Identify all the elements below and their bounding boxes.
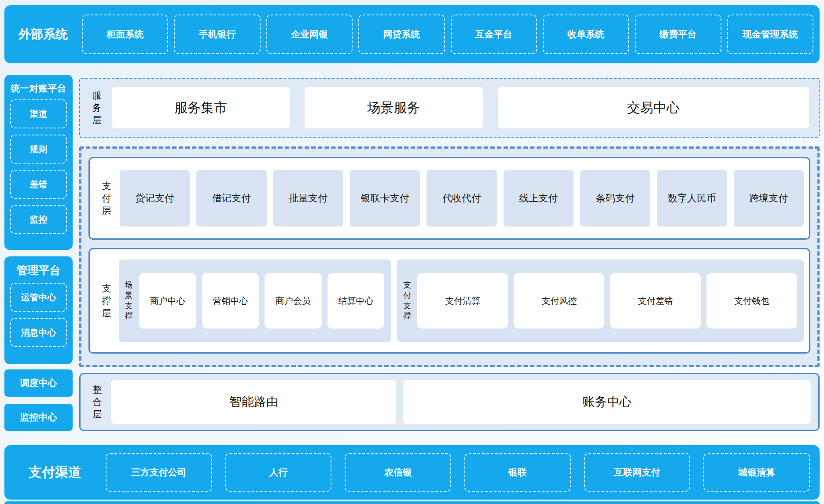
integration-box-smart-routing: 智能路由 <box>111 380 396 424</box>
support-item-payment-clearing: 支付清算 <box>417 273 508 329</box>
management-platform-panel: 管理平台 运管中心 消息中心 <box>4 256 73 364</box>
scenario-support-label: 场景支撑 <box>124 280 133 321</box>
payment-support-group: 支付支撑 支付清算 支付风控 支付差错 支付钱包 <box>397 259 804 342</box>
external-system-mobile-banking: 手机银行 <box>174 15 260 54</box>
payment-item-cross-border: 跨境支付 <box>734 170 804 226</box>
reconciliation-item-errors: 差错 <box>10 170 67 199</box>
reconciliation-item-monitoring: 监控 <box>10 205 67 234</box>
support-item-marketing-center: 营销中心 <box>202 273 259 329</box>
payment-item-debit: 借记支付 <box>196 170 266 226</box>
payment-channels-bar: 支付渠道 三方支付公司 人行 农信银 银联 互联网支付 城银清算 <box>4 445 820 500</box>
reconciliation-platform-title: 统一对账平台 <box>10 82 67 95</box>
channel-third-party-payment: 三方支付公司 <box>106 453 212 492</box>
scheduling-center-block: 调度中心 <box>4 369 73 397</box>
management-platform-title: 管理平台 <box>10 263 67 278</box>
external-system-corporate-ebank: 企业网银 <box>266 15 353 54</box>
service-box-transaction-center: 交易中心 <box>498 87 809 128</box>
scenario-support-group: 场景支撑 商户中心 营销中心 商户会员 结算中心 <box>119 259 391 342</box>
payment-support-wrapper: 支付层 贷记支付 借记支付 批量支付 银联卡支付 代收代付 线上支付 条码支付 … <box>79 146 820 367</box>
payment-support-label: 支付支撑 <box>402 280 412 321</box>
external-systems-bar: 外部系统 柜面系统 手机银行 企业网银 网贷系统 互金平台 收单系统 缴费平台 … <box>4 5 820 63</box>
management-items: 运管中心 消息中心 <box>10 283 67 347</box>
external-system-acquiring: 收单系统 <box>543 15 629 54</box>
channel-rural-credit-bank: 农信银 <box>345 453 451 492</box>
support-layer-label: 支撑层 <box>101 282 112 319</box>
payment-item-online: 线上支付 <box>504 170 574 226</box>
payment-item-barcode: 条码支付 <box>580 170 650 226</box>
payment-item-collection-agency: 代收代付 <box>427 170 497 226</box>
payment-layer-items: 贷记支付 借记支付 批量支付 银联卡支付 代收代付 线上支付 条码支付 数字人民… <box>120 170 804 226</box>
channel-unionpay: 银联 <box>464 453 571 492</box>
bottom-cutoff-bar <box>4 501 820 504</box>
support-layer-box: 支撑层 场景支撑 商户中心 营销中心 商户会员 结算中心 支付支撑 支付清算 支… <box>88 248 810 354</box>
integration-box-accounting-center: 账务中心 <box>403 380 811 424</box>
service-layer-label: 服务层 <box>92 89 102 126</box>
monitoring-center-block: 监控中心 <box>4 404 73 431</box>
reconciliation-platform-panel: 统一对账平台 渠道 规则 差错 监控 <box>4 75 73 250</box>
channel-city-bank-clearing: 城银清算 <box>703 453 810 492</box>
support-item-merchant-center: 商户中心 <box>139 273 196 329</box>
external-system-internet-finance: 互金平台 <box>451 15 537 54</box>
payment-layer-box: 支付层 贷记支付 借记支付 批量支付 银联卡支付 代收代付 线上支付 条码支付 … <box>88 157 810 240</box>
reconciliation-item-channel: 渠道 <box>10 99 67 128</box>
reconciliation-items: 渠道 规则 差错 监控 <box>10 99 67 234</box>
service-box-service-market: 服务集市 <box>112 87 290 128</box>
management-item-message-center: 消息中心 <box>10 318 67 347</box>
integration-layer-panel: 整合层 智能路由 账务中心 <box>79 373 820 431</box>
management-item-operations-center: 运管中心 <box>10 283 67 312</box>
channel-pboc: 人行 <box>225 453 332 492</box>
support-item-payment-risk-control: 支付风控 <box>514 273 604 329</box>
service-layer-items: 服务集市 场景服务 交易中心 <box>112 87 809 128</box>
support-item-payment-wallet: 支付钱包 <box>706 273 797 329</box>
external-systems-items: 柜面系统 手机银行 企业网银 网贷系统 互金平台 收单系统 缴费平台 现金管理系… <box>82 15 813 54</box>
payment-channels-title: 支付渠道 <box>4 464 106 482</box>
external-system-counter: 柜面系统 <box>82 15 168 54</box>
external-system-fee-payment: 缴费平台 <box>635 15 721 54</box>
payment-item-batch: 批量支付 <box>273 170 343 226</box>
service-box-scenario-service: 场景服务 <box>305 87 482 128</box>
service-layer-panel: 服务层 服务集市 场景服务 交易中心 <box>79 78 820 138</box>
support-item-merchant-membership: 商户会员 <box>265 273 322 329</box>
external-systems-title: 外部系统 <box>4 26 82 43</box>
payment-layer-label: 支付层 <box>101 180 112 216</box>
external-system-cash-management: 现金管理系统 <box>727 15 813 54</box>
payment-item-digital-rmb: 数字人民币 <box>657 170 727 226</box>
support-layer-groups: 场景支撑 商户中心 营销中心 商户会员 结算中心 支付支撑 支付清算 支付风控 … <box>119 259 804 342</box>
support-item-payment-errors: 支付差错 <box>610 273 701 329</box>
payment-item-unionpay-card: 银联卡支付 <box>350 170 420 226</box>
payment-channels-items: 三方支付公司 人行 农信银 银联 互联网支付 城银清算 <box>106 453 810 492</box>
support-item-settlement-center: 结算中心 <box>327 273 385 329</box>
channel-internet-payment: 互联网支付 <box>584 453 691 492</box>
integration-layer-label: 整合层 <box>92 383 103 420</box>
payment-item-credit: 贷记支付 <box>120 170 190 226</box>
external-system-online-loan: 网贷系统 <box>358 15 445 54</box>
reconciliation-item-rules: 规则 <box>10 135 67 164</box>
integration-layer-items: 智能路由 账务中心 <box>111 380 811 424</box>
